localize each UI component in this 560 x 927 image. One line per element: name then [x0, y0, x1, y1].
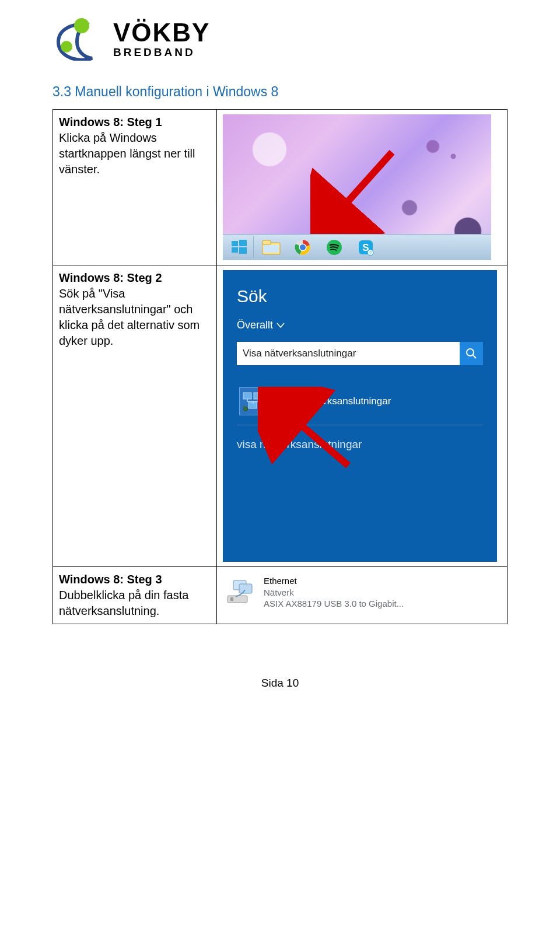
svg-line-19 [473, 355, 476, 358]
search-bar [237, 342, 483, 365]
svg-point-12 [300, 244, 306, 250]
svg-rect-20 [243, 393, 251, 399]
svg-rect-22 [249, 402, 257, 408]
search-go-button[interactable] [460, 342, 483, 365]
svg-rect-5 [232, 247, 238, 253]
windows-logo-icon [230, 239, 248, 256]
search-scope-label: Överallt [237, 319, 273, 331]
step2-body: Sök på "Visa nätverksanslutningar" och k… [59, 287, 200, 347]
step2-text: Windows 8: Steg 2 Sök på "Visa nätverksa… [53, 265, 217, 567]
step2-image: Sök Överallt [217, 265, 508, 567]
search-scope[interactable]: Överallt [237, 319, 483, 331]
ethernet-name: Ethernet [264, 575, 404, 587]
svg-point-1 [61, 41, 72, 53]
step3-image: Ethernet Nätverk ASIX AX88179 USB 3.0 to… [217, 567, 508, 624]
section-heading: 3.3 Manuell konfiguration i Windows 8 [52, 84, 508, 100]
arrow-pointer-icon [310, 146, 410, 246]
network-connections-icon [239, 387, 267, 415]
svg-text:2: 2 [369, 250, 372, 256]
svg-point-18 [467, 349, 474, 356]
step3-text: Windows 8: Steg 3 Dubbelklicka på din fa… [53, 567, 217, 624]
svg-rect-27 [239, 584, 252, 593]
svg-line-2 [316, 152, 392, 237]
skype-icon[interactable]: S 2 [352, 236, 380, 258]
search-suggestion[interactable]: visa nätverksanslutningar [237, 438, 483, 451]
ethernet-device: ASIX AX88179 USB 3.0 to Gigabit... [264, 598, 404, 610]
step3-title: Windows 8: Steg 3 [59, 573, 162, 586]
search-icon [466, 348, 477, 359]
chrome-icon[interactable] [289, 236, 317, 258]
ethernet-status: Nätverk [264, 587, 404, 599]
search-result-label: Visa nätverksanslutningar [278, 396, 391, 407]
step1-text: Windows 8: Steg 1 Klicka på Windows star… [53, 110, 217, 265]
spotify-icon[interactable] [320, 236, 348, 258]
svg-rect-4 [239, 240, 247, 246]
svg-rect-9 [264, 245, 279, 253]
start-button[interactable] [225, 236, 254, 258]
taskbar: S 2 [223, 234, 491, 260]
svg-rect-3 [232, 241, 238, 246]
svg-point-0 [74, 18, 89, 33]
svg-rect-8 [262, 240, 271, 244]
search-heading: Sök [237, 286, 483, 306]
file-explorer-icon[interactable] [257, 236, 285, 258]
step1-image: S 2 [217, 110, 508, 265]
brand-name: VÖKBY [113, 20, 210, 46]
step1-body: Klicka på Windows startknappen längst ne… [59, 131, 195, 176]
svg-rect-29 [230, 597, 233, 601]
brand-logo: VÖKBY BREDBAND [52, 16, 508, 61]
step1-title: Windows 8: Steg 1 [59, 116, 162, 128]
step3-body: Dubbelklicka på din fasta nätverksanslut… [59, 589, 188, 617]
chevron-down-icon [276, 323, 285, 328]
page-footer: Sida 10 [52, 677, 508, 690]
ethernet-icon [225, 578, 257, 606]
search-result[interactable]: Visa nätverksanslutningar [237, 383, 483, 425]
search-input[interactable] [237, 342, 460, 365]
svg-rect-21 [254, 393, 262, 399]
step2-title: Windows 8: Steg 2 [59, 271, 162, 284]
brand-sub: BREDBAND [113, 47, 210, 58]
svg-rect-6 [239, 247, 247, 254]
logo-mark [52, 16, 105, 61]
ethernet-adapter[interactable]: Ethernet Nätverk ASIX AX88179 USB 3.0 to… [223, 572, 432, 613]
